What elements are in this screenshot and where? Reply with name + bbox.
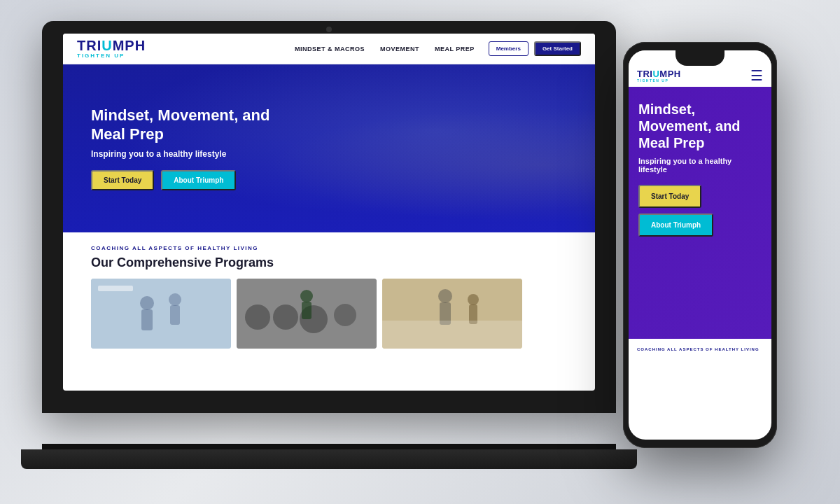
laptop-base	[21, 449, 637, 469]
svg-rect-3	[141, 309, 153, 330]
program-image-1	[91, 279, 231, 349]
nav-links: MINDSET & MACROS MOVEMENT MEAL PREP	[295, 46, 475, 52]
phone-logo: TRIUMPH TIGHTEN UP	[637, 69, 750, 83]
laptop-screen: TRIUMPH TIGHTEN UP MINDSET & MACROS MOVE…	[63, 34, 595, 391]
nav-movement[interactable]: MOVEMENT	[380, 46, 419, 52]
laptop-body: TRIUMPH TIGHTEN UP MINDSET & MACROS MOVE…	[42, 21, 616, 413]
laptop-device: TRIUMPH TIGHTEN UP MINDSET & MACROS MOVE…	[42, 21, 616, 483]
start-today-button[interactable]: Start Today	[91, 170, 154, 190]
hero-buttons: Start Today About Triumph	[91, 170, 270, 190]
hero-section: Mindset, Movement, and Meal Prep Inspiri…	[63, 64, 595, 232]
hero-content: Mindset, Movement, and Meal Prep Inspiri…	[91, 106, 270, 190]
phone-screen: TRIUMPH TIGHTEN UP ☰ Mindset, Movement, …	[629, 50, 771, 440]
phone-hero-subtitle: Inspiring you to a healthy lifestyle	[638, 157, 762, 174]
phone-logo-tighten: TIGHTEN UP	[637, 78, 750, 83]
program-image-2	[237, 279, 377, 349]
hamburger-icon[interactable]: ☰	[750, 67, 763, 84]
svg-point-11	[334, 304, 356, 326]
phone-programs-section: COACHING ALL ASPECTS OF HEALTHY LIVING	[629, 339, 771, 360]
phone-body: TRIUMPH TIGHTEN UP ☰ Mindset, Movement, …	[623, 42, 777, 448]
programs-eyebrow: COACHING ALL ASPECTS OF HEALTHY LIVING	[91, 245, 567, 251]
svg-point-15	[438, 289, 452, 303]
programs-section: COACHING ALL ASPECTS OF HEALTHY LIVING O…	[63, 232, 595, 356]
svg-point-17	[468, 294, 479, 305]
svg-rect-5	[170, 305, 180, 325]
hero-subtitle: Inspiring you to a healthy lifestyle	[91, 149, 270, 159]
laptop-camera	[326, 27, 332, 32]
hero-title: Mindset, Movement, and Meal Prep	[91, 106, 270, 144]
programs-images	[91, 279, 567, 349]
logo-tagline: TIGHTEN UP	[77, 52, 146, 59]
phone-hero-title: Mindset, Movement, and Meal Prep	[638, 101, 762, 151]
site-logo: TRIUMPH TIGHTEN UP	[77, 38, 146, 59]
logo-triumph-text: TRIUMPH	[77, 38, 146, 52]
programs-title: Our Comprehensive Programs	[91, 255, 567, 270]
phone-device: TRIUMPH TIGHTEN UP ☰ Mindset, Movement, …	[623, 42, 777, 448]
nav-meal-prep[interactable]: MEAL PREP	[435, 46, 475, 52]
svg-point-4	[169, 293, 181, 306]
phone-programs-eyebrow: COACHING ALL ASPECTS OF HEALTHY LIVING	[637, 347, 763, 351]
svg-point-2	[140, 296, 154, 310]
phone-about-triumph-button[interactable]: About Triumph	[638, 214, 713, 237]
svg-point-12	[300, 290, 313, 302]
nav-mindset[interactable]: MINDSET & MACROS	[295, 46, 365, 52]
svg-rect-13	[302, 302, 312, 319]
phone-start-today-button[interactable]: Start Today	[638, 185, 701, 208]
svg-rect-19	[382, 321, 522, 349]
nav-buttons: Members Get Started	[489, 41, 581, 56]
svg-point-8	[245, 304, 270, 330]
phone-logo-triumph: TRIUMPH	[637, 69, 750, 78]
site-nav: TRIUMPH TIGHTEN UP MINDSET & MACROS MOVE…	[63, 34, 595, 64]
members-button[interactable]: Members	[489, 41, 528, 56]
svg-rect-6	[98, 286, 133, 291]
phone-notch	[676, 50, 724, 66]
svg-point-9	[273, 304, 298, 330]
phone-hero-section: Mindset, Movement, and Meal Prep Inspiri…	[629, 87, 771, 339]
program-image-3	[382, 279, 522, 349]
about-triumph-button[interactable]: About Triumph	[161, 170, 236, 190]
get-started-button[interactable]: Get Started	[534, 41, 581, 56]
